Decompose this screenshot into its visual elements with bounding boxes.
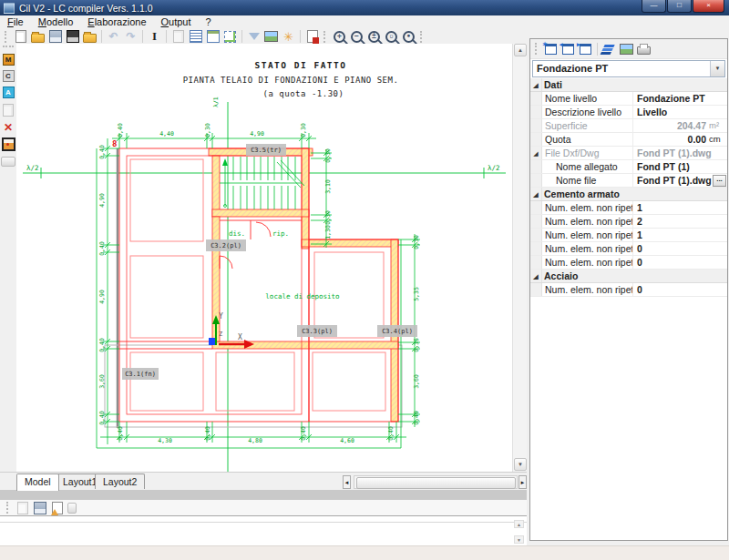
svg-text:3,10: 3,10 bbox=[324, 179, 332, 194]
property-row: Num. elem. non ripet. trave 2 bbox=[530, 215, 727, 229]
application-window: Cil V2 - LC compiler Vers. 1.1.0 — □ × F… bbox=[0, 0, 729, 560]
copy-output-icon[interactable] bbox=[15, 501, 30, 515]
dropdown-arrow-icon[interactable]: ▼ bbox=[710, 61, 724, 76]
drawing-canvas[interactable]: STATO DI FATTO PIANTA TELAIO DI FONDAZIO… bbox=[16, 44, 512, 472]
open-folder-icon[interactable] bbox=[30, 29, 46, 44]
paste-icon[interactable] bbox=[170, 29, 186, 44]
select-region-icon[interactable] bbox=[222, 29, 238, 44]
undo-icon[interactable]: ↶ bbox=[106, 29, 121, 44]
image-icon[interactable] bbox=[263, 29, 279, 44]
property-value[interactable]: 1 bbox=[633, 229, 727, 241]
image-preview-icon[interactable] bbox=[2, 137, 15, 151]
layers-icon[interactable] bbox=[601, 42, 617, 56]
ucs-axis-icon: Y Z X bbox=[209, 312, 254, 349]
tab-scroll-left-button[interactable]: ◄ bbox=[343, 475, 351, 489]
list-icon[interactable] bbox=[188, 29, 203, 44]
expander-icon[interactable]: ◢ bbox=[530, 147, 542, 159]
image-icon[interactable] bbox=[619, 42, 634, 56]
output-console[interactable]: ▲ ▼ bbox=[0, 515, 527, 545]
menu-elaborazione[interactable]: Elaborazione bbox=[87, 16, 146, 27]
structure-outline bbox=[119, 148, 398, 422]
property-value[interactable]: Fond PT (1) bbox=[633, 160, 727, 173]
category-cemento-armato[interactable]: ◢ Cemento armato bbox=[530, 188, 727, 201]
level-insert-icon[interactable]: ◂ bbox=[560, 42, 576, 56]
level-remove-icon[interactable]: ▸ bbox=[578, 42, 593, 56]
pdf-export-icon[interactable] bbox=[304, 29, 320, 44]
property-value[interactable]: Fond PT (1).dwg ... bbox=[633, 174, 727, 187]
canvas-horizontal-scrollbar[interactable] bbox=[354, 475, 518, 489]
report-icon[interactable] bbox=[205, 29, 221, 44]
log-warning-icon[interactable] bbox=[49, 501, 65, 515]
property-row: Quota 0.00 cm bbox=[530, 133, 727, 147]
tab-layout2[interactable]: Layout2 bbox=[95, 473, 145, 489]
property-value[interactable]: 0 bbox=[633, 256, 727, 269]
save-output-icon[interactable] bbox=[32, 501, 47, 515]
open-project-icon[interactable] bbox=[82, 29, 98, 44]
zoom-window-icon[interactable]: ▫ bbox=[384, 29, 399, 44]
tab-model[interactable]: Model bbox=[16, 473, 59, 491]
menu-modello[interactable]: Modello bbox=[38, 16, 74, 27]
copy-icon[interactable] bbox=[2, 103, 15, 117]
property-value[interactable]: 0.00 cm bbox=[633, 133, 727, 146]
scroll-down-button[interactable]: ▼ bbox=[514, 458, 527, 471]
axis-x-label: X bbox=[238, 333, 242, 341]
settings-gear-icon[interactable]: ✳ bbox=[281, 29, 296, 44]
print-icon[interactable] bbox=[636, 42, 652, 56]
menu-help[interactable]: ? bbox=[206, 16, 211, 27]
expander-icon[interactable]: ◢ bbox=[530, 188, 542, 200]
toolbar-grip bbox=[5, 31, 9, 43]
save-icon[interactable] bbox=[47, 29, 63, 44]
level-selector-dropdown[interactable]: Fondazione PT ▼ bbox=[532, 60, 725, 77]
dimension-lines bbox=[97, 133, 420, 448]
property-value[interactable]: 0 bbox=[633, 242, 727, 255]
scroll-up-button[interactable]: ▲ bbox=[514, 44, 527, 56]
filter-icon[interactable] bbox=[246, 29, 262, 44]
zoom-in-icon[interactable]: + bbox=[332, 29, 347, 44]
zoom-out-icon[interactable]: − bbox=[349, 29, 364, 44]
zoom-previous-icon[interactable]: ± bbox=[366, 29, 382, 44]
maximize-button[interactable]: □ bbox=[667, 0, 692, 13]
mode-m-button[interactable]: M bbox=[3, 54, 15, 66]
expander-icon[interactable]: ◢ bbox=[530, 270, 542, 282]
mode-a-button[interactable]: A bbox=[3, 87, 15, 98]
minimize-button[interactable]: — bbox=[642, 0, 666, 13]
text-cursor-icon[interactable]: I bbox=[147, 29, 162, 44]
expander-icon[interactable]: ◢ bbox=[530, 78, 542, 91]
horizontal-scroll-thumb[interactable] bbox=[356, 477, 516, 489]
plan-title-line3: (a quota -1.30) bbox=[263, 89, 344, 98]
toolbar-overflow[interactable] bbox=[1, 157, 15, 167]
svg-text:3,60: 3,60 bbox=[413, 374, 420, 389]
delete-x-icon[interactable]: ✕ bbox=[2, 120, 15, 134]
console-scroll-up[interactable]: ▲ bbox=[514, 520, 524, 528]
property-value[interactable]: 1 bbox=[633, 201, 727, 214]
toolbar-overflow[interactable] bbox=[67, 503, 77, 514]
redo-icon[interactable]: ↷ bbox=[123, 29, 139, 44]
canvas-vertical-scrollbar[interactable]: ▲ ▼ bbox=[512, 44, 527, 472]
property-value[interactable]: 0 bbox=[633, 283, 727, 296]
svg-text:4,90: 4,90 bbox=[250, 130, 264, 137]
centerlines bbox=[23, 102, 506, 472]
menu-output[interactable]: Output bbox=[161, 16, 191, 27]
toolbar-grip bbox=[3, 46, 14, 50]
foundation-outline bbox=[105, 345, 402, 427]
tab-scroll-right-button[interactable]: ► bbox=[519, 475, 527, 489]
label-c31: C3.1(fn) bbox=[125, 371, 156, 378]
property-value[interactable]: Fondazione PT bbox=[633, 92, 727, 105]
plan-title-line1: STATO DI FATTO bbox=[254, 60, 346, 70]
section-label-left: λ/2 bbox=[26, 164, 39, 172]
stair-direction-arrow bbox=[222, 158, 228, 166]
new-file-icon[interactable] bbox=[13, 29, 28, 44]
menu-file[interactable]: File bbox=[7, 16, 24, 27]
save-as-icon[interactable] bbox=[65, 29, 80, 44]
level-add-icon[interactable]: ✶ bbox=[543, 42, 559, 56]
browse-file-button[interactable]: ... bbox=[713, 175, 726, 187]
property-row: Nome file Fond PT (1).dwg ... bbox=[530, 174, 727, 188]
property-value[interactable]: Livello bbox=[633, 106, 727, 118]
mode-c-button[interactable]: C bbox=[3, 70, 15, 82]
property-value[interactable]: 2 bbox=[633, 215, 727, 228]
category-acciaio[interactable]: ◢ Acciaio bbox=[530, 270, 727, 283]
close-button[interactable]: × bbox=[693, 0, 724, 13]
console-scroll-down[interactable]: ▼ bbox=[514, 535, 524, 544]
zoom-extents-icon[interactable]: ∙ bbox=[401, 29, 416, 44]
category-dati[interactable]: ◢ Dati bbox=[530, 78, 727, 92]
